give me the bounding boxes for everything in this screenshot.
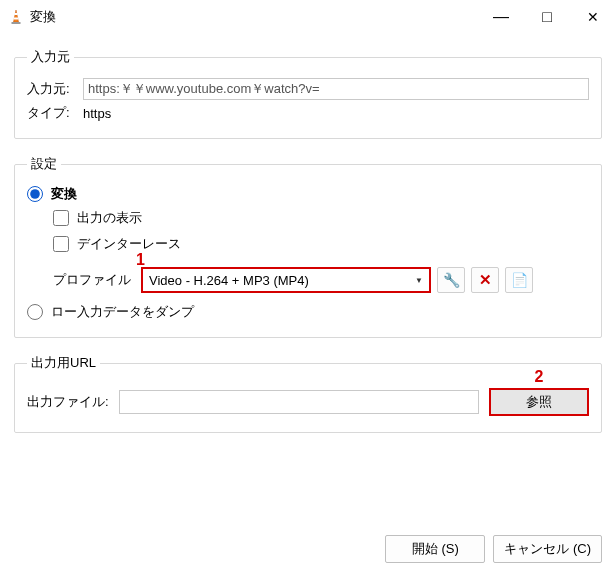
profile-dropdown[interactable]: Video - H.264 + MP3 (MP4) ▼ [141, 267, 431, 293]
annotation-marker-2: 2 [535, 368, 544, 386]
title-left: 変換 [8, 8, 56, 26]
close-button[interactable]: ✕ [570, 0, 616, 34]
deinterlace-label: デインターレース [77, 235, 181, 253]
browse-button[interactable]: 参照 [489, 388, 589, 416]
display-output-label: 出力の表示 [77, 209, 142, 227]
dialog-window: 変換 — □ ✕ 入力元 入力元: https:￥￥www.youtube.co… [0, 0, 616, 577]
start-button[interactable]: 開始 (S) [385, 535, 485, 563]
new-profile-icon: 📄 [511, 272, 528, 288]
dialog-footer: 開始 (S) キャンセル (C) [0, 527, 616, 577]
svg-rect-1 [14, 13, 17, 15]
type-label: タイプ: [27, 104, 83, 122]
type-value: https [83, 106, 111, 121]
dialog-content: 入力元 入力元: https:￥￥www.youtube.com￥watch?v… [0, 34, 616, 527]
output-group: 出力用URL 出力ファイル: 2 参照 [14, 354, 602, 433]
window-title: 変換 [30, 8, 56, 26]
convert-radio[interactable] [27, 186, 43, 202]
output-file-input[interactable] [119, 390, 479, 414]
svg-rect-3 [12, 22, 21, 24]
maximize-button[interactable]: □ [524, 0, 570, 34]
source-legend: 入力元 [27, 48, 74, 66]
titlebar: 変換 — □ ✕ [0, 0, 616, 34]
convert-radio-label: 変換 [51, 185, 77, 203]
source-group: 入力元 入力元: https:￥￥www.youtube.com￥watch?v… [14, 48, 602, 139]
minimize-button[interactable]: — [478, 0, 524, 34]
dump-radio-label: ロー入力データをダンプ [51, 303, 194, 321]
settings-group: 設定 変換 出力の表示 デインターレース 1 プロファイル [14, 155, 602, 338]
deinterlace-checkbox[interactable] [53, 236, 69, 252]
profile-label: 1 プロファイル [53, 271, 131, 289]
wrench-icon: 🔧 [443, 272, 460, 288]
cancel-button[interactable]: キャンセル (C) [493, 535, 602, 563]
delete-profile-button[interactable]: ✕ [471, 267, 499, 293]
svg-marker-0 [14, 10, 19, 22]
output-legend: 出力用URL [27, 354, 100, 372]
dump-radio[interactable] [27, 304, 43, 320]
source-input[interactable]: https:￥￥www.youtube.com￥watch?v= [83, 78, 589, 100]
profile-value: Video - H.264 + MP3 (MP4) [149, 273, 309, 288]
source-label: 入力元: [27, 80, 83, 98]
new-profile-button[interactable]: 📄 [505, 267, 533, 293]
vlc-icon [8, 9, 24, 25]
chevron-down-icon: ▼ [415, 276, 423, 285]
edit-profile-button[interactable]: 🔧 [437, 267, 465, 293]
settings-legend: 設定 [27, 155, 61, 173]
svg-rect-2 [14, 18, 19, 20]
delete-icon: ✕ [479, 271, 492, 289]
display-output-checkbox[interactable] [53, 210, 69, 226]
output-file-label: 出力ファイル: [27, 393, 109, 411]
window-buttons: — □ ✕ [478, 0, 616, 34]
